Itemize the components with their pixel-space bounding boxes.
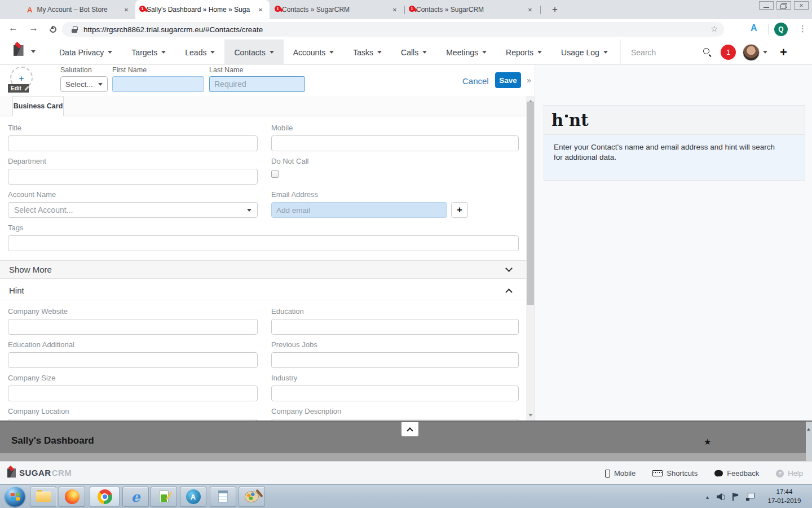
education-additional-input[interactable] bbox=[8, 352, 258, 368]
company-website-input[interactable] bbox=[8, 319, 258, 335]
first-name-group: First Name bbox=[112, 66, 204, 92]
nav-item-contacts[interactable]: Contacts bbox=[224, 40, 283, 65]
back-icon[interactable]: ← bbox=[8, 23, 18, 34]
browser-tab-bot-store[interactable]: A My Account – Bot Store ✕ bbox=[20, 0, 135, 19]
industry-input[interactable] bbox=[271, 386, 519, 401]
footer-links: Mobile Shortcuts Feedback ?Help bbox=[605, 462, 803, 485]
education-input[interactable] bbox=[271, 319, 519, 335]
hint-section-toggle[interactable]: Hint bbox=[0, 281, 526, 300]
bookmark-star-icon[interactable]: ☆ bbox=[710, 24, 718, 33]
browser-menu-icon[interactable]: ⋮ bbox=[798, 24, 807, 34]
tab-close-icon[interactable]: ✕ bbox=[526, 5, 535, 14]
favicon-badge: 1 bbox=[139, 6, 145, 12]
last-name-input[interactable] bbox=[209, 76, 305, 92]
close-button[interactable]: ✕ bbox=[794, 1, 809, 10]
system-tray: ▴ 17:44 17-01-2019 bbox=[706, 485, 812, 508]
tab-close-icon[interactable]: ✕ bbox=[390, 5, 399, 14]
search-icon[interactable] bbox=[703, 48, 712, 56]
add-email-button[interactable]: + bbox=[451, 202, 468, 218]
tab-business-card[interactable]: Business Card bbox=[12, 96, 64, 116]
tab-close-icon[interactable]: ✕ bbox=[122, 5, 131, 14]
title-input[interactable] bbox=[8, 135, 258, 151]
taskbar-notepadpp-button[interactable] bbox=[151, 487, 177, 507]
taskbar-notepad-button[interactable] bbox=[210, 487, 236, 507]
lock-icon bbox=[72, 26, 77, 33]
footer-shortcuts-link[interactable]: Shortcuts bbox=[652, 469, 698, 478]
taskbar-clock[interactable]: 17:44 17-01-2019 bbox=[760, 488, 809, 505]
save-button[interactable]: Save bbox=[495, 72, 521, 88]
nav-item-reports[interactable]: Reports bbox=[496, 40, 551, 65]
logo-caret-icon[interactable] bbox=[31, 50, 36, 53]
notification-badge[interactable]: 1 bbox=[721, 45, 736, 60]
nav-item-calls[interactable]: Calls bbox=[391, 40, 436, 65]
footer-help-link[interactable]: ?Help bbox=[776, 469, 803, 478]
header-overflow-icon[interactable]: » bbox=[527, 76, 531, 85]
nav-item-targets[interactable]: Targets bbox=[122, 40, 175, 65]
start-button[interactable] bbox=[5, 486, 25, 507]
email-field: Email Address bbox=[271, 190, 519, 218]
page-scrollbar-fragment[interactable] bbox=[806, 422, 812, 462]
taskbar-paint-button[interactable] bbox=[239, 487, 265, 507]
form-scrollbar[interactable] bbox=[526, 96, 535, 421]
tab-close-icon[interactable]: ✕ bbox=[256, 5, 265, 14]
browser-tab-contacts-1[interactable]: 1 Contacts » SugarCRM ✕ bbox=[271, 0, 404, 19]
company-size-input[interactable] bbox=[8, 386, 258, 401]
avatar-caret-icon[interactable] bbox=[763, 51, 767, 54]
sugarcrm-logo[interactable] bbox=[14, 45, 24, 56]
title-label: Title bbox=[8, 124, 258, 133]
action-center-flag-icon[interactable] bbox=[732, 493, 739, 501]
department-input[interactable] bbox=[8, 169, 258, 185]
show-more-toggle[interactable]: Show More bbox=[0, 260, 526, 279]
company-website-field: Company Website bbox=[8, 307, 258, 335]
restore-button[interactable] bbox=[776, 1, 791, 10]
tags-input[interactable] bbox=[8, 235, 519, 251]
footer-feedback-link[interactable]: Feedback bbox=[714, 469, 759, 478]
nav-item-meetings[interactable]: Meetings bbox=[436, 40, 496, 65]
caret-down-icon bbox=[377, 51, 382, 54]
tray-expand-icon[interactable]: ▴ bbox=[706, 494, 709, 500]
browser-tab-contacts-2[interactable]: 1 Contacts » SugarCRM ✕ bbox=[405, 0, 539, 19]
favicon-badge: 1 bbox=[409, 6, 415, 12]
nav-item-usage-log[interactable]: Usage Log bbox=[551, 40, 617, 65]
taskbar-chrome-button[interactable] bbox=[90, 487, 120, 507]
first-name-input[interactable] bbox=[112, 76, 204, 92]
nav-item-leads[interactable]: Leads bbox=[175, 40, 224, 65]
nav-item-accounts[interactable]: Accounts bbox=[284, 40, 344, 65]
company-location-field: Company Location bbox=[8, 407, 258, 421]
taskbar-automation-anywhere-button[interactable]: A bbox=[180, 487, 206, 507]
cancel-button[interactable]: Cancel bbox=[462, 76, 489, 86]
footer-mobile-link[interactable]: Mobile bbox=[605, 469, 636, 478]
forward-icon[interactable]: → bbox=[29, 23, 38, 34]
email-input[interactable] bbox=[271, 202, 447, 218]
nav-item-tasks[interactable]: Tasks bbox=[343, 40, 391, 65]
collapse-drawer-button[interactable] bbox=[401, 422, 418, 436]
do-not-call-field: Do Not Call bbox=[271, 157, 519, 178]
tags-label: Tags bbox=[8, 224, 519, 233]
tab-title: Contacts » SugarCRM bbox=[282, 6, 387, 14]
volume-icon[interactable] bbox=[717, 493, 725, 501]
taskbar-explorer-button[interactable] bbox=[30, 487, 56, 507]
reload-icon[interactable] bbox=[48, 25, 58, 34]
browser-profile-avatar[interactable]: Q bbox=[774, 23, 788, 36]
mobile-input[interactable] bbox=[271, 135, 519, 151]
quick-create-icon[interactable]: + bbox=[780, 45, 787, 60]
user-avatar[interactable] bbox=[743, 44, 760, 61]
favorite-star-icon[interactable]: ★ bbox=[704, 437, 711, 447]
extension-icon[interactable]: A bbox=[751, 23, 757, 33]
taskbar-ie-button[interactable]: e bbox=[122, 487, 149, 507]
previous-jobs-input[interactable] bbox=[271, 352, 519, 368]
minimize-button[interactable] bbox=[759, 1, 774, 10]
search-input[interactable]: Search bbox=[631, 48, 699, 57]
nav-item-data-privacy[interactable]: Data Privacy bbox=[50, 40, 122, 65]
taskbar-firefox-button[interactable] bbox=[59, 487, 85, 507]
salutation-select[interactable]: Select... bbox=[60, 76, 108, 92]
scroll-down-arrow[interactable] bbox=[528, 414, 533, 419]
network-icon[interactable] bbox=[746, 493, 754, 501]
address-bar[interactable]: https://rgsrch8862.trial.sugarcrm.eu/#Co… bbox=[62, 22, 724, 37]
do-not-call-checkbox[interactable] bbox=[271, 170, 279, 178]
avatar-edit-label[interactable]: Edit bbox=[8, 84, 29, 93]
account-name-select[interactable]: Select Account... bbox=[8, 202, 258, 218]
new-tab-button[interactable]: + bbox=[548, 3, 562, 16]
scrollbar-thumb[interactable] bbox=[527, 102, 534, 305]
browser-tab-dashboard[interactable]: 1 Sally's Dashboard » Home » Suga ✕ bbox=[135, 0, 270, 19]
